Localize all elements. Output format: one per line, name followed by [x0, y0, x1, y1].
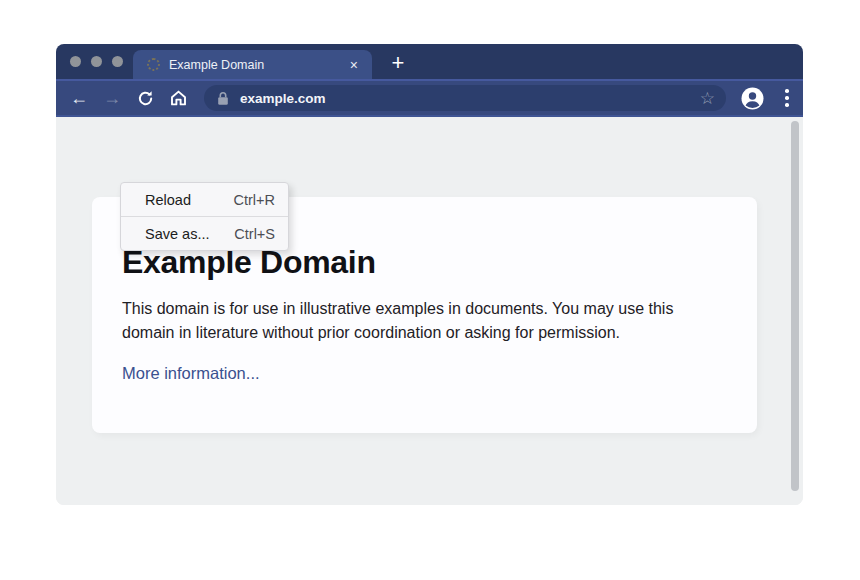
menu-dot	[785, 96, 789, 100]
browser-menu-button[interactable]	[776, 86, 798, 110]
forward-button[interactable]: →	[99, 85, 125, 111]
bookmark-star-icon[interactable]: ☆	[698, 90, 717, 107]
window-titlebar: Example Domain × +	[56, 44, 803, 79]
window-minimize-button[interactable]	[91, 56, 102, 67]
tab-close-icon[interactable]: ×	[346, 56, 362, 74]
lock-icon[interactable]	[217, 91, 229, 106]
tab-example-domain[interactable]: Example Domain ×	[133, 50, 372, 79]
menu-dot	[785, 103, 789, 107]
back-arrow-icon: ←	[70, 89, 88, 107]
profile-button[interactable]	[740, 86, 764, 110]
page-viewport: Example Domain This domain is for use in…	[56, 117, 803, 505]
context-menu-item-reload[interactable]: Reload Ctrl+R	[121, 183, 288, 216]
more-information-link[interactable]: More information...	[122, 364, 260, 383]
window-close-button[interactable]	[70, 56, 81, 67]
menu-item-label: Reload	[145, 192, 191, 208]
browser-toolbar: ← → example.com	[56, 79, 803, 117]
address-bar[interactable]: example.com ☆	[204, 85, 726, 111]
menu-item-shortcut: Ctrl+R	[234, 192, 276, 208]
home-button[interactable]	[165, 85, 191, 111]
browser-window: Example Domain × + ← →	[56, 44, 803, 505]
tab-title: Example Domain	[169, 58, 346, 72]
vertical-scrollbar-thumb[interactable]	[791, 121, 799, 491]
screenshot-stage: Example Domain × + ← →	[0, 0, 860, 580]
menu-dot	[785, 89, 789, 93]
home-icon	[169, 89, 188, 107]
reload-icon	[137, 90, 154, 107]
forward-arrow-icon: →	[103, 89, 121, 107]
context-menu-item-save-as[interactable]: Save as... Ctrl+S	[121, 217, 288, 250]
menu-item-label: Save as...	[145, 226, 209, 242]
reload-button[interactable]	[132, 85, 158, 111]
avatar-icon	[741, 87, 764, 110]
new-tab-button[interactable]: +	[383, 48, 413, 78]
tab-favicon-icon	[147, 58, 160, 71]
window-controls	[70, 56, 123, 67]
url-text: example.com	[240, 91, 698, 106]
back-button[interactable]: ←	[66, 85, 92, 111]
window-zoom-button[interactable]	[112, 56, 123, 67]
page-paragraph: This domain is for use in illustrative e…	[122, 297, 727, 344]
context-menu: Reload Ctrl+R Save as... Ctrl+S	[120, 182, 289, 251]
menu-item-shortcut: Ctrl+S	[234, 226, 275, 242]
